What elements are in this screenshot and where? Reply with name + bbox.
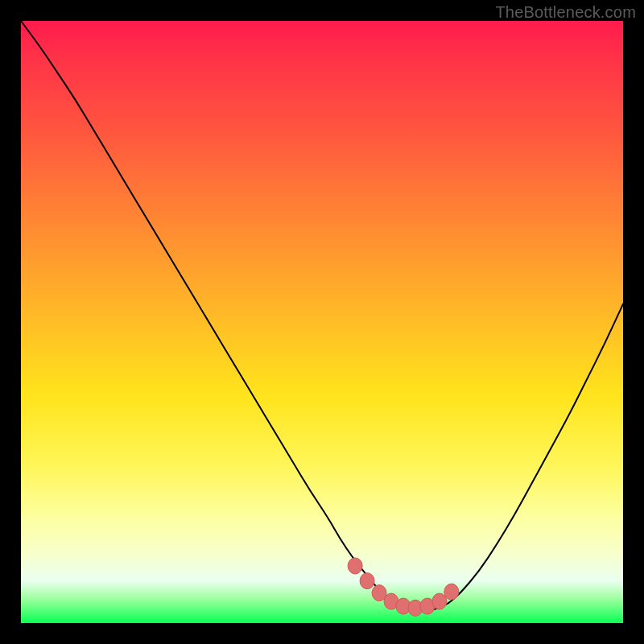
- curve-layer: [21, 21, 623, 623]
- marker-dot: [444, 584, 459, 600]
- watermark-text: TheBottleneck.com: [495, 3, 636, 22]
- gradient-plot-area: [21, 21, 623, 623]
- optimal-range-markers: [348, 558, 459, 616]
- bottleneck-curve: [21, 21, 623, 610]
- chart-frame: TheBottleneck.com: [0, 0, 644, 644]
- marker-dot: [348, 558, 362, 574]
- marker-dot: [360, 573, 374, 589]
- marker-dot: [432, 593, 447, 609]
